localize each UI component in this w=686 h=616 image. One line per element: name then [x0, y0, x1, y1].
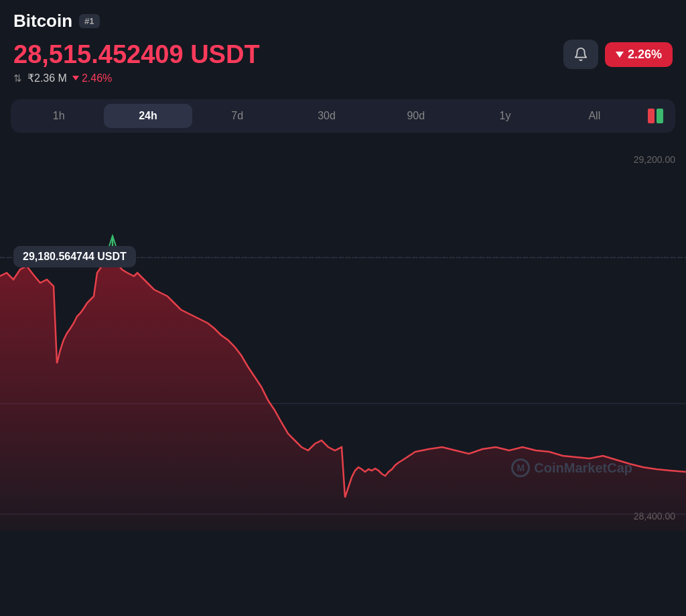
candle-red-icon: [648, 109, 655, 123]
watermark: M CoinMarketCap: [511, 458, 632, 477]
coin-name: Bitcoin: [13, 11, 72, 32]
tf-24h[interactable]: 24h: [104, 104, 192, 128]
inr-change: 2.46%: [72, 72, 112, 84]
tf-30d[interactable]: 30d: [283, 104, 370, 128]
bell-icon: [573, 47, 588, 62]
tf-1h[interactable]: 1h: [15, 104, 102, 128]
cmc-logo-icon: M: [511, 458, 530, 477]
rank-badge: #1: [79, 14, 99, 28]
watermark-text: CoinMarketCap: [534, 460, 632, 476]
timeframe-bar: 1h 24h 7d 30d 90d 1y All: [11, 99, 675, 133]
tooltip-price: 29,180.564744 USDT: [23, 251, 127, 262]
inr-change-pct: 2.46%: [82, 72, 112, 84]
change-pct-text: 2.26%: [628, 48, 662, 62]
chart-tooltip: 29,180.564744 USDT: [13, 246, 136, 267]
tf-all[interactable]: All: [551, 104, 638, 128]
inr-volume: ₹2.36 M: [27, 72, 67, 84]
mini-down-arrow-icon: [72, 76, 79, 80]
sub-price-row: ⇅ ₹2.36 M 2.46%: [0, 70, 686, 94]
swap-arrows-icon: ⇅: [13, 72, 22, 84]
coin-header: Bitcoin #1: [0, 0, 686, 37]
change-badge[interactable]: 2.26%: [605, 42, 673, 67]
tf-7d[interactable]: 7d: [194, 104, 281, 128]
bell-button[interactable]: [563, 40, 598, 69]
candle-green-icon: [657, 109, 663, 123]
tf-1y[interactable]: 1y: [461, 104, 549, 128]
price-actions: 2.26%: [563, 40, 673, 69]
price-row: 28,515.452409 USDT 2.26%: [0, 37, 686, 70]
tf-90d[interactable]: 90d: [372, 104, 460, 128]
main-price: 28,515.452409 USDT: [13, 40, 260, 69]
chart-container: 29,200.00 28,400.00 29,180.564744 US: [0, 142, 686, 531]
candle-chart-toggle[interactable]: [640, 103, 671, 129]
down-arrow-icon: [616, 52, 624, 58]
